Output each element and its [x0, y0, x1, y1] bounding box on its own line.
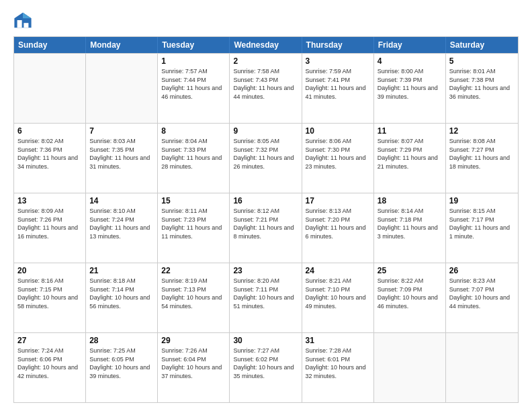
day-28: 28Sunrise: 7:25 AM Sunset: 6:05 PM Dayli…: [86, 333, 158, 402]
empty-cell: [374, 333, 446, 402]
day-info-16: Sunrise: 8:12 AM Sunset: 7:21 PM Dayligh…: [233, 207, 298, 240]
day-5: 5Sunrise: 8:01 AM Sunset: 7:38 PM Daylig…: [446, 54, 518, 123]
day-17: 17Sunrise: 8:13 AM Sunset: 7:20 PM Dayli…: [302, 193, 374, 263]
day-info-21: Sunrise: 8:18 AM Sunset: 7:14 PM Dayligh…: [89, 277, 154, 310]
day-number-15: 15: [161, 196, 226, 205]
day-info-6: Sunrise: 8:02 AM Sunset: 7:36 PM Dayligh…: [17, 137, 82, 171]
day-number-9: 9: [233, 126, 298, 136]
empty-cell: [446, 333, 518, 402]
day-info-13: Sunrise: 8:09 AM Sunset: 7:26 PM Dayligh…: [17, 207, 82, 240]
day-number-23: 23: [233, 266, 298, 275]
day-info-28: Sunrise: 7:25 AM Sunset: 6:05 PM Dayligh…: [89, 347, 154, 380]
day-21: 21Sunrise: 8:18 AM Sunset: 7:14 PM Dayli…: [86, 263, 158, 332]
day-number-18: 18: [378, 196, 442, 205]
page: SundayMondayTuesdayWednesdayThursdayFrid…: [0, 0, 532, 411]
day-13: 13Sunrise: 8:09 AM Sunset: 7:26 PM Dayli…: [14, 193, 86, 263]
day-26: 26Sunrise: 8:23 AM Sunset: 7:07 PM Dayli…: [446, 263, 518, 332]
header-day-friday: Friday: [374, 37, 446, 53]
day-number-3: 3: [306, 56, 370, 66]
day-number-11: 11: [378, 126, 442, 136]
day-number-5: 5: [449, 56, 515, 66]
day-info-11: Sunrise: 8:07 AM Sunset: 7:29 PM Dayligh…: [378, 137, 442, 171]
day-15: 15Sunrise: 8:11 AM Sunset: 7:23 PM Dayli…: [158, 193, 230, 263]
logo: [13, 11, 35, 30]
day-number-6: 6: [17, 126, 82, 136]
day-number-2: 2: [233, 56, 298, 66]
header-day-tuesday: Tuesday: [158, 37, 230, 53]
day-number-1: 1: [161, 56, 226, 66]
day-18: 18Sunrise: 8:14 AM Sunset: 7:18 PM Dayli…: [374, 193, 446, 263]
day-info-4: Sunrise: 8:00 AM Sunset: 7:39 PM Dayligh…: [378, 67, 442, 101]
day-number-27: 27: [17, 336, 82, 345]
day-info-29: Sunrise: 7:26 AM Sunset: 6:04 PM Dayligh…: [161, 347, 226, 380]
day-info-14: Sunrise: 8:10 AM Sunset: 7:24 PM Dayligh…: [89, 207, 154, 240]
day-number-16: 16: [233, 196, 298, 205]
svg-marker-1: [23, 13, 32, 18]
day-29: 29Sunrise: 7:26 AM Sunset: 6:04 PM Dayli…: [158, 333, 230, 402]
day-info-15: Sunrise: 8:11 AM Sunset: 7:23 PM Dayligh…: [161, 207, 226, 240]
day-info-3: Sunrise: 7:59 AM Sunset: 7:41 PM Dayligh…: [306, 67, 370, 101]
day-number-19: 19: [449, 196, 515, 205]
day-25: 25Sunrise: 8:22 AM Sunset: 7:09 PM Dayli…: [374, 263, 446, 332]
day-4: 4Sunrise: 8:00 AM Sunset: 7:39 PM Daylig…: [374, 54, 446, 123]
day-info-31: Sunrise: 7:28 AM Sunset: 6:01 PM Dayligh…: [306, 347, 370, 380]
day-info-30: Sunrise: 7:27 AM Sunset: 6:02 PM Dayligh…: [233, 347, 298, 380]
day-8: 8Sunrise: 8:04 AM Sunset: 7:33 PM Daylig…: [158, 124, 230, 193]
day-number-29: 29: [161, 336, 226, 345]
empty-cell: [14, 54, 86, 123]
day-12: 12Sunrise: 8:08 AM Sunset: 7:27 PM Dayli…: [446, 124, 518, 193]
day-23: 23Sunrise: 8:20 AM Sunset: 7:11 PM Dayli…: [230, 263, 302, 332]
header: [13, 11, 519, 30]
day-number-12: 12: [449, 126, 515, 136]
day-info-5: Sunrise: 8:01 AM Sunset: 7:38 PM Dayligh…: [449, 67, 515, 101]
day-2: 2Sunrise: 7:58 AM Sunset: 7:43 PM Daylig…: [230, 54, 302, 123]
day-31: 31Sunrise: 7:28 AM Sunset: 6:01 PM Dayli…: [302, 333, 374, 402]
header-day-saturday: Saturday: [446, 37, 518, 53]
calendar-row-3: 13Sunrise: 8:09 AM Sunset: 7:26 PM Dayli…: [14, 193, 518, 263]
svg-rect-2: [17, 20, 22, 28]
day-number-20: 20: [17, 266, 82, 275]
day-number-31: 31: [306, 336, 370, 345]
logo-icon: [13, 11, 32, 30]
day-9: 9Sunrise: 8:05 AM Sunset: 7:32 PM Daylig…: [230, 124, 302, 193]
day-info-8: Sunrise: 8:04 AM Sunset: 7:33 PM Dayligh…: [161, 137, 226, 171]
day-14: 14Sunrise: 8:10 AM Sunset: 7:24 PM Dayli…: [86, 193, 158, 263]
day-info-2: Sunrise: 7:58 AM Sunset: 7:43 PM Dayligh…: [233, 67, 298, 101]
empty-cell: [86, 54, 158, 123]
header-day-sunday: Sunday: [14, 37, 86, 53]
day-number-28: 28: [89, 336, 154, 345]
day-20: 20Sunrise: 8:16 AM Sunset: 7:15 PM Dayli…: [14, 263, 86, 332]
day-info-10: Sunrise: 8:06 AM Sunset: 7:30 PM Dayligh…: [306, 137, 370, 171]
day-number-17: 17: [306, 196, 370, 205]
day-info-17: Sunrise: 8:13 AM Sunset: 7:20 PM Dayligh…: [306, 207, 370, 240]
day-16: 16Sunrise: 8:12 AM Sunset: 7:21 PM Dayli…: [230, 193, 302, 263]
day-number-25: 25: [378, 266, 442, 275]
calendar-body: 1Sunrise: 7:57 AM Sunset: 7:44 PM Daylig…: [14, 53, 518, 402]
day-info-24: Sunrise: 8:21 AM Sunset: 7:10 PM Dayligh…: [306, 277, 370, 310]
day-info-22: Sunrise: 8:19 AM Sunset: 7:13 PM Dayligh…: [161, 277, 226, 310]
day-22: 22Sunrise: 8:19 AM Sunset: 7:13 PM Dayli…: [158, 263, 230, 332]
day-number-8: 8: [161, 126, 226, 136]
day-info-18: Sunrise: 8:14 AM Sunset: 7:18 PM Dayligh…: [378, 207, 442, 240]
day-number-22: 22: [161, 266, 226, 275]
day-27: 27Sunrise: 7:24 AM Sunset: 6:06 PM Dayli…: [14, 333, 86, 402]
day-info-20: Sunrise: 8:16 AM Sunset: 7:15 PM Dayligh…: [17, 277, 82, 310]
day-info-9: Sunrise: 8:05 AM Sunset: 7:32 PM Dayligh…: [233, 137, 298, 171]
day-number-13: 13: [17, 196, 82, 205]
calendar-row-4: 20Sunrise: 8:16 AM Sunset: 7:15 PM Dayli…: [14, 263, 518, 332]
day-info-19: Sunrise: 8:15 AM Sunset: 7:17 PM Dayligh…: [449, 207, 515, 240]
day-info-7: Sunrise: 8:03 AM Sunset: 7:35 PM Dayligh…: [89, 137, 154, 171]
day-number-30: 30: [233, 336, 298, 345]
day-6: 6Sunrise: 8:02 AM Sunset: 7:36 PM Daylig…: [14, 124, 86, 193]
day-number-4: 4: [378, 56, 442, 66]
header-day-wednesday: Wednesday: [230, 37, 302, 53]
day-number-7: 7: [89, 126, 154, 136]
day-11: 11Sunrise: 8:07 AM Sunset: 7:29 PM Dayli…: [374, 124, 446, 193]
calendar-row-1: 1Sunrise: 7:57 AM Sunset: 7:44 PM Daylig…: [14, 53, 518, 123]
svg-rect-3: [24, 23, 28, 28]
day-number-14: 14: [89, 196, 154, 205]
day-info-23: Sunrise: 8:20 AM Sunset: 7:11 PM Dayligh…: [233, 277, 298, 310]
day-number-24: 24: [306, 266, 370, 275]
day-24: 24Sunrise: 8:21 AM Sunset: 7:10 PM Dayli…: [302, 263, 374, 332]
day-30: 30Sunrise: 7:27 AM Sunset: 6:02 PM Dayli…: [230, 333, 302, 402]
